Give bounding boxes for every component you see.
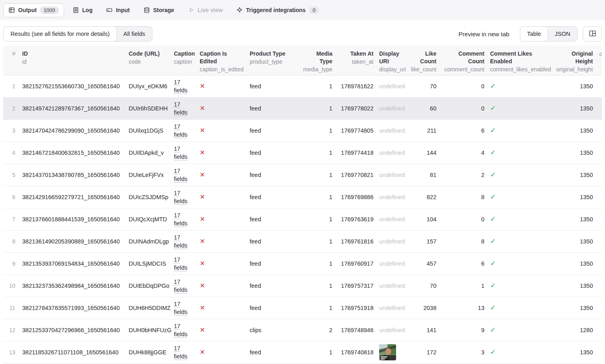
cell-comment-count: 0 — [438, 97, 486, 119]
cell-original-height: 1350 — [554, 97, 595, 119]
table-row[interactable]: 3 3821470424786299090_1650561640 DUIlxq1… — [3, 119, 602, 141]
cell-media-type: 1 — [295, 252, 334, 275]
cell-media-type: 1 — [295, 297, 334, 319]
caption-fields-link[interactable]: 17 fields — [174, 78, 191, 94]
tab-label: Log — [82, 7, 93, 13]
row-number: 8 — [3, 230, 16, 252]
cell-id: 3821467218400632815_1650561640 — [16, 141, 122, 164]
column-settings-button[interactable] — [583, 26, 602, 42]
tab-output[interactable]: Output 1000 — [3, 3, 64, 17]
row-number: 4 — [3, 141, 16, 164]
table-header: # IDid Code (URL)code Captioncaption Cap… — [3, 46, 602, 75]
row-number: 9 — [3, 252, 16, 275]
column-header-comment-count[interactable]: Comment Countcomment_count — [438, 46, 486, 75]
input-icon — [106, 7, 113, 13]
caption-fields-link[interactable]: 17 fields — [174, 145, 191, 161]
cell-id: 3821429166592279721_1650561640 — [16, 186, 122, 208]
tab-all-fields[interactable]: All fields — [116, 26, 152, 42]
cell-original-height: 1350 — [554, 75, 595, 97]
caption-fields-link[interactable]: 17 fields — [174, 100, 191, 116]
cross-icon: ✕ — [200, 127, 205, 134]
tab-input[interactable]: Input — [101, 4, 135, 17]
table-row[interactable]: 8 3821361490205390889_1650561640 DUINAdm… — [3, 230, 602, 252]
results-table: # IDid Code (URL)code Captioncaption Cap… — [3, 46, 602, 364]
cell-original-height: 1350 — [554, 164, 595, 186]
caption-fields-link[interactable]: 17 fields — [174, 211, 191, 227]
cell-media-type: 1 — [295, 230, 334, 252]
cell-taken-at: 1769761816 — [334, 230, 375, 252]
cell-id: 3821278437835571993_1650561640 — [16, 297, 122, 319]
tab-table[interactable]: Table — [520, 26, 549, 42]
cell-id: 3821323735362498984_1650561640 — [16, 275, 122, 297]
column-header-caption[interactable]: Captioncaption — [167, 46, 193, 75]
tab-json[interactable]: JSON — [547, 26, 578, 42]
cell-code: DUIyx_eDKM6 — [122, 75, 167, 97]
column-header-index[interactable]: # — [3, 46, 16, 75]
tab-storage[interactable]: Storage — [138, 4, 179, 17]
cell-media-type: 1 — [295, 186, 334, 208]
table-row[interactable]: 13 3821185326711071108_1650561640 DUHk88… — [3, 341, 602, 363]
cell-taken-at: 1769770821 — [334, 164, 375, 186]
column-header-like-count[interactable]: Like Countlike_count — [407, 46, 438, 75]
column-header-clipped: o — [595, 46, 602, 75]
results-view-switch: Results (see all fields for more details… — [3, 26, 152, 42]
column-header-code[interactable]: Code (URL)code — [122, 46, 167, 75]
tab-log[interactable]: Log — [67, 4, 98, 17]
caption-fields-link[interactable]: 17 fields — [174, 233, 191, 250]
cell-product-type: clips — [243, 319, 295, 341]
caption-fields-link[interactable]: 17 fields — [174, 278, 191, 294]
cell-display-uri: undefined — [379, 283, 405, 289]
table-row[interactable]: 4 3821467218400632815_1650561640 DUIlDAp… — [3, 141, 602, 164]
table-row[interactable]: 5 3821437013438780785_1650561640 DUIeLeF… — [3, 164, 602, 186]
caption-fields-link[interactable]: 17 fields — [174, 167, 191, 183]
tab-results[interactable]: Results (see all fields for more details… — [3, 26, 117, 42]
cell-display-uri: undefined — [379, 194, 405, 200]
column-header-display-uri[interactable]: Display URIdisplay_uri — [375, 46, 407, 75]
caption-fields-link[interactable]: 17 fields — [174, 344, 191, 360]
cell-original-height: 1350 — [554, 275, 595, 297]
cell-product-type: feed — [243, 297, 295, 319]
cross-icon: ✕ — [200, 282, 205, 289]
cell-comment-count: 0 — [438, 208, 486, 230]
cell-like-count: 60 — [407, 97, 438, 119]
cell-display-uri: undefined — [379, 238, 405, 245]
table-row[interactable]: 9 3821353937069154834_1650561640 DUILSjM… — [3, 252, 602, 275]
cell-comment-count: 1 — [438, 275, 486, 297]
cell-media-type: 1 — [295, 141, 334, 164]
column-header-media-type[interactable]: Media Typemedia_type — [295, 46, 334, 75]
cell-like-count: 144 — [407, 141, 438, 164]
caption-fields-link[interactable]: 17 fields — [174, 322, 191, 338]
cell-product-type: feed — [243, 97, 295, 119]
tab-triggered-integrations[interactable]: Triggered integrations 0 — [231, 3, 324, 17]
column-header-caption-is-edited[interactable]: Caption Is Editedcaption_is_edited — [193, 46, 243, 75]
caption-fields-link[interactable]: 17 fields — [174, 300, 191, 316]
table-row[interactable]: 1 3821527621553660730_1650561640 DUIyx_e… — [3, 75, 602, 97]
column-header-taken-at[interactable]: Taken Attaken_at — [334, 46, 375, 75]
caption-fields-link[interactable]: 17 fields — [174, 256, 191, 272]
caption-fields-link[interactable]: 17 fields — [174, 123, 191, 139]
cell-like-count: 211 — [407, 119, 438, 141]
column-header-original-height[interactable]: Original Heightoriginal_height — [554, 46, 595, 75]
check-icon: ✓ — [490, 215, 496, 223]
table-row[interactable]: 7 3821376601888441539_1650561640 DUIQcXc… — [3, 208, 602, 230]
caption-fields-link[interactable]: 17 fields — [174, 189, 191, 205]
table-row[interactable]: 6 3821429166592279721_1650561640 DUIcZSJ… — [3, 186, 602, 208]
table-row[interactable]: 10 3821323735362498984_1650561640 DUIEbD… — [3, 275, 602, 297]
table-row[interactable]: 11 3821278437835571993_1650561640 DUH6H5… — [3, 297, 602, 319]
cell-like-count: 81 — [407, 164, 438, 186]
cell-display-uri: undefined — [379, 305, 405, 311]
cell-original-height: 1280 — [554, 319, 595, 341]
cell-like-count: 70 — [407, 275, 438, 297]
column-header-product-type[interactable]: Product Typeproduct_type — [243, 46, 295, 75]
table-row[interactable]: 2 3821497421289767367_1650561640 DUIr6hS… — [3, 97, 602, 119]
table-row[interactable]: 12 3821253370427296966_1650561640 DUH0bH… — [3, 319, 602, 341]
cell-product-type: feed — [243, 164, 295, 186]
cell-like-count: 104 — [407, 208, 438, 230]
preview-in-new-tab-link[interactable]: Preview in new tab — [459, 31, 509, 37]
check-icon: ✓ — [490, 304, 496, 312]
post-thumbnail[interactable] — [379, 344, 396, 360]
cell-product-type: feed — [243, 252, 295, 275]
column-header-comment-likes-enabled[interactable]: Comment Likes Enabledcomment_likes_enabl… — [486, 46, 554, 75]
cell-media-type: 1 — [295, 97, 334, 119]
column-header-id[interactable]: IDid — [16, 46, 122, 75]
